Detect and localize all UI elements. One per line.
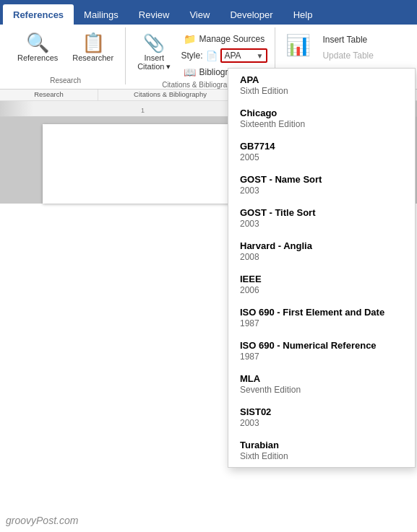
- researcher-label: Researcher: [72, 53, 113, 62]
- citations-section-label: Citations & Bibliography: [98, 90, 243, 100]
- dropdown-item-ieee-sub: 2006: [240, 285, 403, 295]
- dropdown-item-harvard[interactable]: Harvard - Anglia 2008: [228, 235, 415, 268]
- style-dropdown-arrow: ▼: [257, 52, 264, 60]
- insert-small-buttons: Insert Table Update Table: [318, 30, 378, 62]
- style-icon: 📄: [206, 51, 218, 61]
- manage-sources-button[interactable]: 📁 Manage Sources: [181, 32, 267, 46]
- ruler-mark-1: 1: [141, 107, 145, 114]
- dropdown-item-chicago-name: Chicago: [240, 108, 403, 118]
- dropdown-item-harvard-name: Harvard - Anglia: [240, 240, 403, 251]
- manage-sources-label: Manage Sources: [199, 34, 265, 44]
- style-row: Style: 📄 APA ▼: [181, 48, 267, 63]
- dropdown-item-harvard-sub: 2008: [240, 252, 403, 262]
- watermark: groovyPost.com: [6, 515, 78, 526]
- dropdown-item-iso690-fed-name: ISO 690 - First Element and Date: [240, 307, 403, 318]
- research-buttons: 🔍 References 📋 Researcher: [12, 30, 119, 65]
- dropdown-item-ieee-name: IEEE: [240, 274, 403, 284]
- dropdown-item-gost-ns-name: GOST - Name Sort: [240, 174, 403, 185]
- update-table-label: Update Table: [322, 51, 374, 61]
- insert-table-small-label: Insert Table: [322, 35, 367, 45]
- insert-table-small-button[interactable]: Insert Table: [318, 33, 378, 46]
- dropdown-item-iso690-nr[interactable]: ISO 690 - Numerical Reference 1987: [228, 334, 415, 367]
- dropdown-item-iso690-fed-sub: 1987: [240, 318, 403, 328]
- dropdown-item-apa-sub: Sixth Edition: [240, 86, 403, 96]
- insert-buttons: 📊 Insert Table Update Table: [283, 30, 378, 62]
- dropdown-item-sist02-sub: 2003: [240, 418, 403, 428]
- style-dropdown-menu: APA Sixth Edition Chicago Sixteenth Edit…: [228, 68, 416, 468]
- dropdown-item-gost-name-sort[interactable]: GOST - Name Sort 2003: [228, 168, 415, 201]
- update-table-button[interactable]: Update Table: [318, 49, 378, 62]
- tab-view[interactable]: View: [179, 4, 220, 25]
- researcher-button[interactable]: 📋 Researcher: [66, 30, 119, 65]
- dropdown-item-mla[interactable]: MLA Seventh Edition: [228, 367, 415, 401]
- dropdown-item-turabian-name: Turabian: [240, 440, 403, 450]
- dropdown-item-turabian[interactable]: Turabian Sixth Edition: [228, 434, 415, 467]
- dropdown-item-gb7714[interactable]: GB7714 2005: [228, 135, 415, 168]
- tab-help[interactable]: Help: [283, 4, 323, 25]
- tab-bar: References Mailings Review View Develope…: [0, 0, 417, 25]
- dropdown-item-sist02[interactable]: SIST02 2003: [228, 401, 415, 434]
- insert-citation-button[interactable]: 📎 Insert Citation ▾: [133, 30, 175, 74]
- dropdown-item-gost-ns-sub: 2003: [240, 186, 403, 196]
- dropdown-item-chicago[interactable]: Chicago Sixteenth Edition: [228, 102, 415, 135]
- insert-table-icon: 📊: [285, 33, 311, 57]
- search-icon: 🔍: [26, 33, 49, 52]
- dropdown-item-mla-name: MLA: [240, 373, 403, 384]
- dropdown-item-gb7714-name: GB7714: [240, 141, 403, 152]
- dropdown-item-iso690-nr-sub: 1987: [240, 352, 403, 362]
- search-button[interactable]: 🔍 References: [12, 30, 64, 65]
- insert-table-button[interactable]: 📊: [283, 30, 314, 62]
- research-section-label: Research: [0, 90, 98, 100]
- dropdown-item-chicago-sub: Sixteenth Edition: [240, 119, 403, 129]
- dropdown-item-iso690-nr-name: ISO 690 - Numerical Reference: [240, 340, 403, 351]
- dropdown-item-iso690-fed[interactable]: ISO 690 - First Element and Date 1987: [228, 301, 415, 334]
- insert-citation-label: Insert: [145, 53, 165, 62]
- dropdown-item-sist02-name: SIST02: [240, 406, 403, 417]
- dropdown-item-turabian-sub: Sixth Edition: [240, 451, 403, 461]
- dropdown-item-gost-ts-sub: 2003: [240, 219, 403, 229]
- tab-developer[interactable]: Developer: [220, 4, 283, 25]
- tab-references[interactable]: References: [3, 4, 74, 25]
- bibliography-icon: 📖: [184, 66, 196, 78]
- style-dropdown[interactable]: APA ▼: [220, 48, 268, 63]
- style-row-label: Style:: [181, 51, 202, 61]
- research-group-label: Research: [50, 75, 81, 84]
- dropdown-item-gb7714-sub: 2005: [240, 152, 403, 162]
- insert-citation-label2: Citation ▾: [137, 62, 171, 71]
- dropdown-item-ieee[interactable]: IEEE 2006: [228, 268, 415, 301]
- research-group: 🔍 References 📋 Researcher Research: [6, 27, 126, 84]
- dropdown-item-apa[interactable]: APA Sixth Edition: [228, 69, 415, 102]
- style-dropdown-value: APA: [225, 51, 254, 61]
- insert-citation-icon: 📎: [143, 33, 165, 53]
- dropdown-item-gost-title-sort[interactable]: GOST - Title Sort 2003: [228, 201, 415, 235]
- search-label: References: [17, 53, 58, 62]
- tab-review[interactable]: Review: [129, 4, 180, 25]
- manage-sources-icon: 📁: [184, 33, 196, 45]
- dropdown-item-gost-ts-name: GOST - Title Sort: [240, 207, 403, 218]
- tab-mailings[interactable]: Mailings: [74, 4, 129, 25]
- researcher-icon: 📋: [82, 33, 105, 52]
- dropdown-item-mla-sub: Seventh Edition: [240, 385, 403, 395]
- dropdown-item-apa-name: APA: [240, 74, 403, 85]
